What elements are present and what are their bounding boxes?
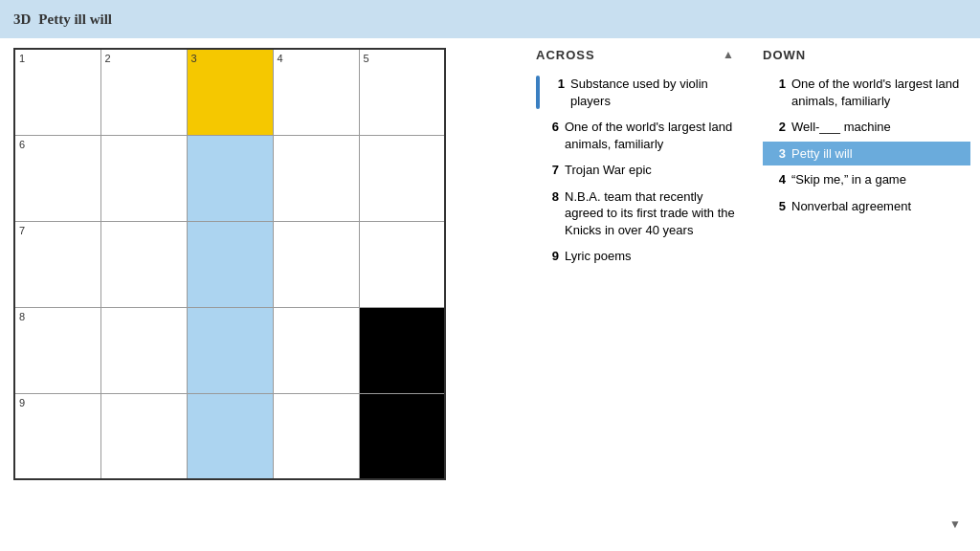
clue-number: 6 [542,119,559,152]
clue-number: 1 [768,76,786,109]
across-title: ACROSS [536,48,744,62]
cell-3-4[interactable] [359,307,445,393]
cell-0-4[interactable]: 5 [359,49,445,135]
header-clue-text: Petty ill will [38,11,112,28]
cell-1-3[interactable] [273,135,359,221]
clue-number: 8 [542,188,559,239]
cell-2-1[interactable] [100,221,187,307]
scroll-up-arrow[interactable]: ▲ [723,48,734,62]
cell-number-0-2: 3 [191,53,197,64]
header-clue-number: 3D [13,11,31,28]
clue-text: One of the world's largest land animals,… [791,76,967,109]
clue-number: 9 [542,248,559,265]
cell-number-2-0: 7 [19,225,25,236]
clue-number: 7 [542,162,559,179]
across-clues-list: 1Substance used by violin players6One of… [536,72,744,269]
down-clue-item[interactable]: 5Nonverbal agreement [763,194,970,219]
across-clue-item[interactable]: 7Trojan War epic [536,158,744,183]
cell-0-0[interactable]: 1 [14,49,100,135]
clue-text: “Skip me,” in a game [791,171,967,188]
clue-text: Petty ill will [791,145,967,163]
clue-number: 1 [547,76,565,109]
cell-2-2[interactable] [187,221,273,307]
cell-0-3[interactable]: 4 [273,49,359,135]
cell-1-0[interactable]: 6 [14,135,100,221]
cell-0-1[interactable]: 2 [100,49,187,135]
cell-2-0[interactable]: 7 [14,221,100,307]
crossword-grid: 123456789 [13,48,446,480]
down-clues-list: 1One of the world's largest land animals… [763,72,970,218]
clue-text: Well-___ machine [791,119,967,136]
cell-2-4[interactable] [359,221,445,307]
cell-1-1[interactable] [100,135,187,221]
cell-number-0-3: 4 [278,53,283,64]
down-column: DOWN 1One of the world's largest land an… [763,48,970,541]
cell-3-2[interactable] [187,307,273,393]
clue-text: Nonverbal agreement [791,198,967,215]
cell-4-0[interactable]: 9 [14,393,100,479]
cell-2-3[interactable] [273,221,359,307]
across-clue-item[interactable]: 6One of the world's largest land animals… [536,115,744,156]
cell-number-3-0: 8 [19,311,25,322]
down-title: DOWN [763,48,970,62]
down-clue-item[interactable]: 1One of the world's largest land animals… [763,72,970,113]
clue-text: Lyric poems [565,248,740,265]
clue-text: Trojan War epic [565,162,740,179]
cell-1-2[interactable] [187,135,273,221]
cell-1-4[interactable] [359,135,445,221]
across-clue-item[interactable]: 1Substance used by violin players [536,72,744,113]
cell-0-2[interactable]: 3 [187,49,273,135]
clue-text: N.B.A. team that recently agreed to its … [565,188,740,239]
cell-4-2[interactable] [187,393,273,479]
clues-section: ACROSS 1Substance used by violin players… [517,38,980,551]
across-clue-item[interactable]: 8N.B.A. team that recently agreed to its… [536,185,744,243]
cell-number-0-1: 2 [105,53,111,64]
clue-text: Substance used by violin players [570,76,740,109]
active-marker [536,76,540,109]
clue-text: One of the world's largest land animals,… [565,119,740,152]
clue-number: 5 [768,198,786,215]
cell-3-1[interactable] [100,307,187,393]
across-column: ACROSS 1Substance used by violin players… [536,48,744,541]
clue-number: 3 [768,145,786,163]
cell-3-3[interactable] [273,307,359,393]
cell-number-1-0: 6 [19,139,25,150]
cell-4-4[interactable] [359,393,445,479]
cell-4-3[interactable] [273,393,359,479]
down-clue-item[interactable]: 4“Skip me,” in a game [763,167,970,192]
clue-number: 2 [768,119,786,136]
header-bar: 3D Petty ill will [0,0,980,38]
cell-number-0-4: 5 [364,53,369,64]
across-clue-item[interactable]: 9Lyric poems [536,244,744,269]
cell-number-4-0: 9 [19,397,25,408]
down-clue-item[interactable]: 3Petty ill will [763,142,970,166]
cell-number-0-0: 1 [19,53,25,64]
clue-number: 4 [768,171,786,188]
cell-4-1[interactable] [100,393,187,479]
main-content: 123456789 ACROSS 1Substance used by viol… [0,38,980,551]
cell-3-0[interactable]: 8 [14,307,100,393]
down-clue-item[interactable]: 2Well-___ machine [763,115,970,140]
scroll-down-arrow[interactable]: ▼ [949,518,961,532]
grid-section: 123456789 [0,38,517,551]
